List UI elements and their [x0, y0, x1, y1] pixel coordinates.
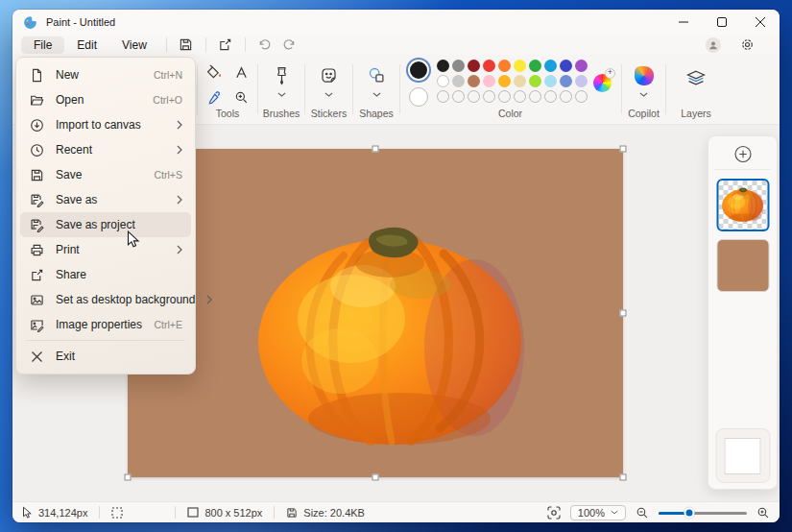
menu-item-image-properties[interactable]: Image propertiesCtrl+E: [20, 312, 191, 337]
resize-handle-top-center[interactable]: [372, 146, 379, 153]
zoom-level-dropdown[interactable]: 100%: [570, 505, 626, 520]
menu-item-recent[interactable]: Recent: [20, 137, 191, 162]
copilot-icon: [635, 66, 654, 85]
palette-swatch[interactable]: [560, 75, 572, 87]
menu-item-set-as-desktop-background[interactable]: Set as desktop background: [20, 287, 191, 312]
menu-item-exit[interactable]: Exit: [20, 344, 191, 369]
layers-label: Layers: [666, 108, 726, 119]
palette-swatch-empty[interactable]: [514, 90, 526, 103]
canvas-background-thumbnail[interactable]: [715, 428, 770, 483]
zoom-out-icon[interactable]: [636, 506, 649, 520]
menu-item-new[interactable]: NewCtrl+N: [20, 62, 191, 87]
menu-item-share[interactable]: Share: [20, 262, 191, 287]
fit-to-screen-icon[interactable]: [547, 506, 561, 520]
undo-icon[interactable]: [252, 36, 277, 54]
save-icon[interactable]: [174, 36, 199, 54]
shapes-icon: [368, 66, 386, 85]
magnifier-tool-icon[interactable]: [234, 90, 249, 105]
toolbar-separator: [205, 37, 206, 52]
statusbar-separator: [274, 506, 275, 519]
palette-swatch-empty[interactable]: [452, 90, 465, 103]
palette-swatch[interactable]: [452, 75, 465, 87]
resize-handle-bottom-left[interactable]: [125, 474, 132, 481]
fill-tool-icon[interactable]: [206, 64, 223, 81]
submenu-chevron-icon: [177, 120, 182, 130]
palette-swatch-empty[interactable]: [437, 90, 449, 103]
palette-swatch-empty[interactable]: [468, 90, 480, 103]
brushes-section[interactable]: Brushes: [258, 55, 304, 124]
resize-handle-middle-right[interactable]: [620, 310, 627, 317]
zoom-slider[interactable]: [659, 507, 747, 519]
primary-color-swatch[interactable]: [408, 60, 429, 81]
minimize-button[interactable]: [664, 10, 703, 35]
palette-swatch[interactable]: [560, 60, 572, 72]
sticker-icon: [320, 66, 338, 85]
palette-swatch[interactable]: [529, 60, 541, 72]
menu-item-save-as[interactable]: Save as: [20, 187, 191, 212]
new-document-icon: [29, 67, 44, 83]
palette-swatch[interactable]: [544, 60, 557, 72]
maximize-button[interactable]: [703, 10, 741, 35]
palette-swatch[interactable]: [437, 60, 449, 72]
resize-handle-top-right[interactable]: [620, 146, 627, 153]
copilot-section[interactable]: Copilot: [622, 55, 665, 124]
canvas-size: 800 x 512px: [187, 507, 262, 519]
layers-section[interactable]: Layers: [666, 55, 726, 124]
resize-handle-bottom-right[interactable]: [620, 474, 627, 481]
brush-icon: [274, 66, 290, 85]
view-menu-button[interactable]: View: [109, 36, 159, 54]
eyedropper-tool-icon[interactable]: [207, 90, 222, 105]
palette-swatch[interactable]: [468, 60, 480, 72]
menu-item-save-as-project[interactable]: Save as project: [20, 212, 191, 237]
palette-swatch-empty[interactable]: [498, 90, 511, 103]
palette-swatch[interactable]: [483, 75, 495, 87]
menu-item-label: Print: [56, 243, 165, 256]
share-icon[interactable]: [213, 36, 238, 54]
file-menu-button[interactable]: File: [21, 36, 64, 54]
layer-thumbnail-pumpkin[interactable]: [716, 179, 769, 231]
redo-icon[interactable]: [277, 36, 302, 54]
mouse-cursor: [127, 230, 140, 249]
zoom-in-icon[interactable]: [756, 506, 770, 520]
menu-item-shortcut: Ctrl+E: [155, 319, 182, 330]
palette-swatch[interactable]: [498, 60, 511, 72]
palette-swatch[interactable]: [575, 75, 588, 87]
palette-swatch[interactable]: [498, 75, 511, 87]
menu-item-open[interactable]: OpenCtrl+O: [20, 87, 191, 112]
add-layer-icon[interactable]: [733, 145, 752, 163]
menu-item-save[interactable]: SaveCtrl+S: [20, 162, 191, 187]
palette-swatch[interactable]: [514, 75, 526, 87]
palette-swatch[interactable]: [514, 60, 526, 72]
close-button[interactable]: [741, 10, 780, 35]
palette-swatch[interactable]: [468, 75, 480, 87]
drawing-canvas[interactable]: [128, 149, 623, 477]
palette-swatch-empty[interactable]: [560, 90, 572, 103]
palette-swatch-empty[interactable]: [544, 90, 557, 103]
account-icon[interactable]: [706, 37, 721, 53]
resize-handle-bottom-center[interactable]: [372, 474, 379, 481]
edit-menu-button[interactable]: Edit: [64, 36, 109, 54]
menu-item-import-to-canvas[interactable]: Import to canvas: [20, 112, 191, 137]
palette-swatch[interactable]: [575, 60, 588, 72]
menu-item-print[interactable]: Print: [20, 237, 191, 262]
submenu-chevron-icon: [177, 145, 182, 155]
settings-gear-icon[interactable]: [734, 36, 759, 54]
toolbar-separator: [245, 37, 246, 52]
shapes-section[interactable]: Shapes: [353, 55, 399, 124]
stickers-section[interactable]: Stickers: [305, 55, 352, 124]
zoom-slider-thumb[interactable]: [684, 507, 695, 518]
palette-swatch[interactable]: [544, 75, 557, 87]
palette-swatch[interactable]: [483, 60, 495, 72]
text-tool-icon[interactable]: [234, 65, 249, 80]
palette-swatch-empty[interactable]: [575, 90, 588, 103]
palette-swatch-empty[interactable]: [483, 90, 495, 103]
palette-swatch[interactable]: [437, 75, 449, 87]
layer-thumbnail-background[interactable]: [716, 239, 769, 292]
secondary-color-swatch[interactable]: [409, 87, 428, 107]
menu-separator: [26, 340, 185, 341]
palette-swatch[interactable]: [529, 75, 541, 87]
edit-colors-wheel-icon[interactable]: [593, 74, 612, 92]
palette-swatch-empty[interactable]: [529, 90, 541, 103]
palette-swatch[interactable]: [452, 60, 465, 72]
zoom-level-value: 100%: [578, 507, 605, 519]
